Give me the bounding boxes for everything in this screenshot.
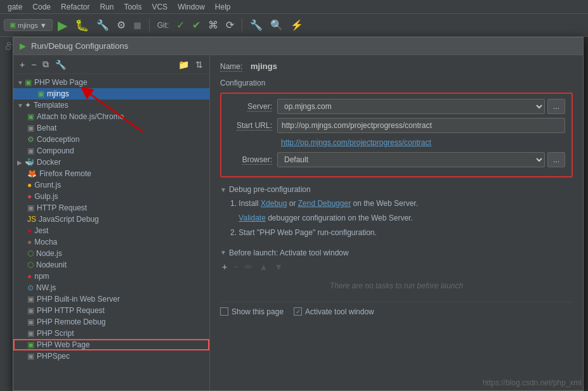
attach-nodejs-label: Attach to Node.js/Chrome bbox=[37, 112, 124, 121]
tree-http-request[interactable]: ▣ HTTP Request bbox=[13, 202, 209, 214]
firefox-icon: 🦊 bbox=[27, 169, 37, 178]
menu-vcs[interactable]: VCS bbox=[147, 1, 173, 13]
templates-group-label: Templates bbox=[34, 101, 69, 110]
start-url-input[interactable] bbox=[277, 118, 565, 133]
configuration-section-label: Configuration bbox=[220, 79, 573, 87]
git-label: Git: bbox=[155, 20, 172, 31]
templates-icon: ✦ bbox=[25, 101, 31, 110]
tree-nwjs[interactable]: ⊙ NW.js bbox=[13, 282, 209, 293]
tree-mjings-item[interactable]: ▣ mjings bbox=[13, 88, 209, 99]
url-link[interactable]: http://op.mjngs.com/projectprogress/cont… bbox=[277, 137, 435, 148]
launch-section-header[interactable]: ▼ Before launch: Activate tool window bbox=[220, 248, 573, 257]
coverage-button[interactable]: 🔧 bbox=[94, 18, 112, 32]
profile-button[interactable]: ⚙ bbox=[114, 18, 128, 32]
server-label: Server: bbox=[228, 102, 272, 111]
tasks-icon[interactable]: ⚡ bbox=[288, 18, 306, 32]
tree-arrow-docker: ▶ bbox=[17, 159, 25, 166]
git-check-icon[interactable]: ✓ bbox=[174, 18, 187, 32]
tree-php-web-page-group[interactable]: ▼ ▣ PHP Web Page bbox=[13, 77, 209, 88]
php-builtin-icon: ▣ bbox=[27, 295, 34, 304]
tree-firefox[interactable]: 🦊 Firefox Remote bbox=[13, 168, 209, 179]
show-page-label: Show this page bbox=[232, 307, 284, 316]
tree-codeception[interactable]: ⚙ Codeception bbox=[13, 134, 209, 145]
debug-section-text: Debug pre-configuration bbox=[229, 185, 311, 194]
tree-phpspec[interactable]: ▣ PHPSpec bbox=[13, 350, 209, 362]
firefox-label: Firefox Remote bbox=[39, 169, 91, 178]
tree-gulp[interactable]: ● Gulp.js bbox=[13, 191, 209, 202]
tree-php-remote[interactable]: ▣ PHP Remote Debug bbox=[13, 316, 209, 328]
launch-remove-button[interactable]: − bbox=[232, 261, 240, 272]
settings-icon[interactable]: 🔧 bbox=[247, 18, 265, 32]
tree-js-debug[interactable]: JS JavaScript Debug bbox=[13, 214, 209, 225]
menu-code[interactable]: Code bbox=[27, 1, 56, 13]
tree-jest[interactable]: ● Jest bbox=[13, 225, 209, 236]
tree-php-web-page-template[interactable]: ▣ PHP Web Page bbox=[13, 339, 209, 350]
url-link-row: http://op.mjngs.com/projectprogress/cont… bbox=[228, 137, 565, 148]
menu-window[interactable]: Window bbox=[173, 1, 210, 13]
tree-mocha[interactable]: ● Mocha bbox=[13, 236, 209, 248]
tree-templates-group[interactable]: ▼ ✦ Templates bbox=[13, 99, 209, 111]
browser-dots-button[interactable]: ... bbox=[547, 152, 565, 167]
dialog-title-text: Run/Debug Configurations bbox=[31, 41, 128, 51]
launch-section: ▼ Before launch: Activate tool window + … bbox=[220, 248, 573, 295]
tree-sort-button[interactable]: ⇅ bbox=[193, 58, 206, 71]
tree-php-http[interactable]: ▣ PHP HTTP Request bbox=[13, 305, 209, 316]
config-selector[interactable]: ▣ mjings ▼ bbox=[4, 19, 53, 31]
server-row: Server: op.mjngs.com ... bbox=[228, 99, 565, 114]
debug-section-header[interactable]: ▼ Debug pre-configuration bbox=[220, 185, 573, 194]
tree-copy-button[interactable]: ⧉ bbox=[40, 58, 51, 71]
tree-attach-nodejs[interactable]: ▣ Attach to Node.js/Chrome bbox=[13, 111, 209, 122]
git-history-icon[interactable]: ⟳ bbox=[223, 18, 237, 32]
launch-empty-text: There are no tasks to run before launch bbox=[220, 276, 573, 295]
debug-line2-suffix: debugger configuration on the Web Server… bbox=[266, 214, 413, 222]
tree-npm[interactable]: ● npm bbox=[13, 271, 209, 282]
tree-nodejs[interactable]: ⬡ Node.js bbox=[13, 248, 209, 259]
menu-refactor[interactable]: Refactor bbox=[56, 1, 95, 13]
launch-up-button[interactable]: ▲ bbox=[257, 261, 270, 272]
jest-label: Jest bbox=[34, 226, 48, 235]
launch-add-button[interactable]: + bbox=[220, 261, 229, 272]
tree-nodeunit[interactable]: ⬡ Nodeunit bbox=[13, 259, 209, 271]
name-row: Name: mjings bbox=[220, 61, 573, 71]
dialog-title-bar: ▶ Run/Debug Configurations bbox=[13, 37, 583, 55]
compound-icon: ▣ bbox=[27, 146, 34, 155]
run-button[interactable]: ▶ bbox=[55, 16, 70, 34]
js-debug-label: JavaScript Debug bbox=[39, 215, 99, 224]
search-icon[interactable]: 🔍 bbox=[268, 18, 285, 32]
server-select-row: op.mjngs.com ... bbox=[277, 99, 565, 114]
launch-down-button[interactable]: ▼ bbox=[272, 261, 285, 272]
tree-remove-button[interactable]: − bbox=[29, 58, 39, 71]
show-page-checkbox[interactable] bbox=[220, 307, 228, 316]
menu-help[interactable]: Help bbox=[210, 1, 236, 13]
menu-gate[interactable]: gate bbox=[3, 1, 27, 13]
stop-button[interactable]: ◼ bbox=[131, 18, 144, 32]
show-page-check-item: Show this page bbox=[220, 307, 284, 316]
tree-docker[interactable]: ▶ 🐳 Docker bbox=[13, 157, 209, 168]
git-branch-icon[interactable]: ⌘ bbox=[206, 18, 221, 32]
launch-edit-button[interactable]: ✏ bbox=[243, 261, 254, 272]
menu-run[interactable]: Run bbox=[95, 1, 119, 13]
tree-settings-button[interactable]: 🔧 bbox=[53, 58, 69, 71]
run-debug-dialog: ▶ Run/Debug Configurations + − ⧉ 🔧 📁 ⇅ bbox=[13, 37, 584, 391]
browser-select[interactable]: Default bbox=[277, 152, 545, 167]
activate-tool-check-item: Activate tool window bbox=[294, 307, 374, 316]
tree-behat[interactable]: ▣ Behat bbox=[13, 122, 209, 134]
config-icon: ▣ bbox=[10, 21, 16, 29]
xdebug-link[interactable]: Xdebug bbox=[261, 199, 287, 208]
activate-tool-checkbox[interactable] bbox=[294, 307, 302, 316]
tree-folder-button[interactable]: 📁 bbox=[176, 58, 192, 71]
nodeunit-icon: ⬡ bbox=[27, 260, 34, 269]
tree-php-builtin[interactable]: ▣ PHP Built-in Web Server bbox=[13, 293, 209, 305]
tree-php-script[interactable]: ▣ PHP Script bbox=[13, 328, 209, 339]
tree-add-button[interactable]: + bbox=[17, 58, 27, 71]
tree-compound[interactable]: ▣ Compound bbox=[13, 145, 209, 157]
debug-button[interactable]: 🐛 bbox=[72, 17, 91, 34]
zend-debugger-link[interactable]: Zend Debugger bbox=[298, 199, 351, 208]
server-dots-button[interactable]: ... bbox=[547, 99, 565, 114]
validate-link[interactable]: Validate bbox=[238, 214, 265, 222]
server-select[interactable]: op.mjngs.com bbox=[277, 99, 545, 114]
toolbar-separator-2 bbox=[242, 18, 242, 32]
tree-grunt[interactable]: ● Grunt.js bbox=[13, 179, 209, 191]
menu-tools[interactable]: Tools bbox=[119, 1, 147, 13]
git-tick-icon[interactable]: ✔ bbox=[190, 18, 203, 32]
